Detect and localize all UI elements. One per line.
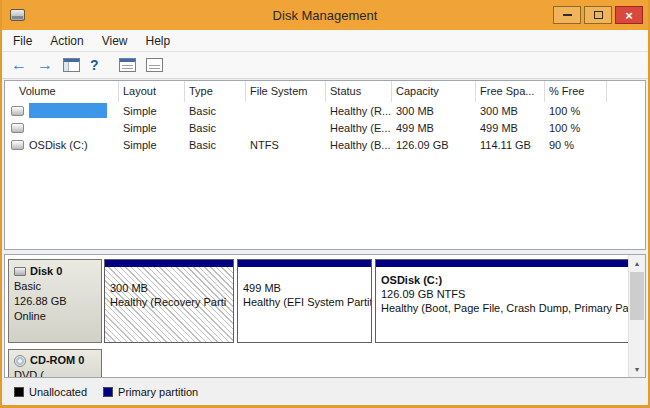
partition-size: 300 MB bbox=[110, 281, 228, 295]
disk0-row: Disk 0 Basic 126.88 GB Online 300 MB Hea… bbox=[8, 259, 624, 343]
views-icon-bar bbox=[120, 59, 135, 62]
disk-size: 126.88 GB bbox=[14, 294, 96, 309]
column-volume[interactable]: Volume bbox=[5, 81, 119, 102]
disk-icon bbox=[14, 267, 26, 276]
disk-status: Online bbox=[14, 309, 96, 324]
selection-highlight bbox=[29, 103, 107, 118]
legend-label: Unallocated bbox=[29, 386, 87, 398]
drive-icon bbox=[11, 106, 24, 116]
legend-unallocated: Unallocated bbox=[14, 386, 87, 398]
disk0-partitions: 300 MB Healthy (Recovery Parti 499 MB He… bbox=[104, 259, 644, 343]
disk-name: Disk 0 bbox=[30, 264, 62, 279]
minimize-button[interactable] bbox=[553, 6, 581, 24]
type-cell: Basic bbox=[185, 105, 246, 117]
partition-size: 126.09 GB NTFS bbox=[381, 287, 638, 301]
volume-list-header: Volume Layout Type File System Status Ca… bbox=[5, 81, 645, 102]
toolbar: ← → ? bbox=[2, 52, 648, 79]
unallocated-swatch-icon bbox=[14, 387, 24, 397]
partition-color-strip bbox=[105, 260, 233, 267]
drive-icon bbox=[11, 123, 24, 133]
disk0-label[interactable]: Disk 0 Basic 126.88 GB Online bbox=[8, 259, 102, 343]
close-icon: × bbox=[625, 9, 633, 22]
free-space-cell: 300 MB bbox=[476, 105, 545, 117]
volume-list: Volume Layout Type File System Status Ca… bbox=[4, 80, 646, 250]
partition-recovery[interactable]: 300 MB Healthy (Recovery Parti bbox=[104, 259, 234, 343]
partition-status: Healthy (EFI System Partit bbox=[243, 295, 366, 309]
titlebar[interactable]: Disk Management × bbox=[2, 0, 648, 30]
partition-osdisk[interactable]: OSDisk (C:) 126.09 GB NTFS Healthy (Boot… bbox=[375, 259, 644, 343]
menu-view[interactable]: View bbox=[93, 31, 137, 51]
capacity-cell: 126.09 GB bbox=[392, 139, 476, 151]
column-percent-free[interactable]: % Free bbox=[545, 81, 607, 102]
column-filler bbox=[607, 81, 645, 102]
column-free-space[interactable]: Free Spa... bbox=[476, 81, 545, 102]
volume-cell bbox=[5, 103, 119, 118]
status-cell: Healthy (R... bbox=[326, 105, 392, 117]
volume-cell: OSDisk (C:) bbox=[5, 139, 119, 151]
column-status[interactable]: Status bbox=[326, 81, 392, 102]
capacity-cell: 499 MB bbox=[392, 122, 476, 134]
menu-file[interactable]: File bbox=[4, 31, 41, 51]
disk0-title: Disk 0 bbox=[14, 264, 96, 279]
views-icon[interactable] bbox=[119, 58, 136, 72]
percent-free-cell: 100 % bbox=[545, 105, 607, 117]
back-icon[interactable]: ← bbox=[11, 57, 27, 73]
free-space-cell: 114.11 GB bbox=[476, 139, 545, 151]
type-cell: Basic bbox=[185, 139, 246, 151]
volume-cell bbox=[5, 123, 119, 133]
column-type[interactable]: Type bbox=[185, 81, 246, 102]
scroll-down-icon[interactable]: ▼ bbox=[629, 361, 645, 377]
volume-name: OSDisk (C:) bbox=[29, 139, 88, 151]
drive-icon bbox=[11, 140, 24, 150]
scrollbar-thumb[interactable] bbox=[630, 272, 644, 320]
percent-free-cell: 100 % bbox=[545, 122, 607, 134]
menu-help[interactable]: Help bbox=[137, 31, 180, 51]
partition-name: OSDisk (C:) bbox=[381, 273, 638, 287]
close-button[interactable]: × bbox=[615, 6, 643, 24]
maximize-button[interactable] bbox=[584, 6, 612, 24]
menu-bar: File Action View Help bbox=[2, 30, 648, 52]
cdrom-title: CD-ROM 0 bbox=[14, 353, 96, 368]
capacity-cell: 300 MB bbox=[392, 105, 476, 117]
help-icon[interactable]: ? bbox=[90, 57, 99, 73]
scroll-up-icon[interactable]: ▲ bbox=[629, 255, 645, 271]
console-tree-icon[interactable] bbox=[63, 58, 80, 72]
cdrom-media: DVD (... bbox=[14, 368, 96, 378]
menu-action[interactable]: Action bbox=[41, 31, 92, 51]
column-capacity[interactable]: Capacity bbox=[392, 81, 476, 102]
file-system-cell: NTFS bbox=[246, 139, 326, 151]
percent-free-cell: 90 % bbox=[545, 139, 607, 151]
primary-partition-swatch-icon bbox=[103, 387, 113, 397]
properties-icon-rows bbox=[149, 65, 160, 69]
forward-icon[interactable]: → bbox=[37, 57, 53, 73]
properties-icon[interactable] bbox=[146, 58, 163, 72]
partition-efi[interactable]: 499 MB Healthy (EFI System Partit bbox=[237, 259, 372, 343]
partition-info: 499 MB Healthy (EFI System Partit bbox=[238, 267, 371, 309]
type-cell: Basic bbox=[185, 122, 246, 134]
layout-cell: Simple bbox=[119, 122, 185, 134]
window-controls: × bbox=[550, 6, 643, 24]
free-space-cell: 499 MB bbox=[476, 122, 545, 134]
cdrom-row: CD-ROM 0 DVD (... bbox=[8, 349, 624, 378]
status-cell: Healthy (E... bbox=[326, 122, 392, 134]
legend-label: Primary partition bbox=[118, 386, 198, 398]
partition-size: 499 MB bbox=[243, 281, 366, 295]
volume-row-recovery[interactable]: Simple Basic Healthy (R... 300 MB 300 MB… bbox=[5, 102, 645, 119]
vertical-scrollbar[interactable]: ▲ ▼ bbox=[628, 255, 645, 377]
minimize-icon bbox=[563, 14, 572, 16]
column-layout[interactable]: Layout bbox=[119, 81, 185, 102]
layout-cell: Simple bbox=[119, 139, 185, 151]
column-file-system[interactable]: File System bbox=[246, 81, 326, 102]
layout-cell: Simple bbox=[119, 105, 185, 117]
volume-row-efi[interactable]: Simple Basic Healthy (E... 499 MB 499 MB… bbox=[5, 119, 645, 136]
graphical-view: Disk 0 Basic 126.88 GB Online 300 MB Hea… bbox=[4, 254, 646, 378]
partition-info: 300 MB Healthy (Recovery Parti bbox=[105, 267, 233, 309]
disk-management-window: Disk Management × File Action View Help … bbox=[0, 0, 650, 408]
status-cell: Healthy (B... bbox=[326, 139, 392, 151]
partition-color-strip bbox=[238, 260, 371, 267]
cd-icon bbox=[14, 355, 26, 367]
console-tree-icon-panel bbox=[64, 62, 69, 71]
volume-row-osdisk[interactable]: OSDisk (C:) Simple Basic NTFS Healthy (B… bbox=[5, 136, 645, 153]
cdrom-label[interactable]: CD-ROM 0 DVD (... bbox=[8, 349, 102, 378]
maximize-icon bbox=[594, 11, 603, 19]
